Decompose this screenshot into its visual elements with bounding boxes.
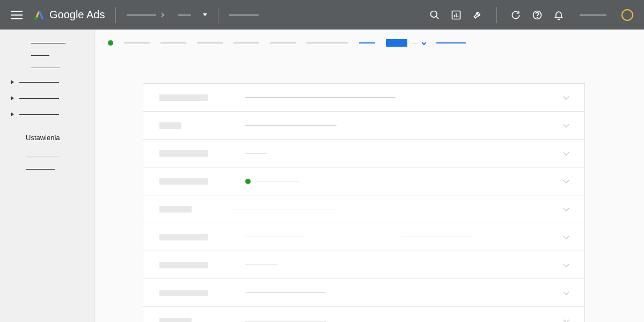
toolbar-link[interactable] (359, 42, 375, 43)
reports-icon[interactable] (450, 9, 462, 21)
settings-row[interactable] (143, 195, 584, 223)
breadcrumb[interactable] (197, 42, 223, 43)
main-area (94, 30, 644, 322)
sidebar-item-settings[interactable]: Ustawienia (11, 134, 83, 142)
svg-point-8 (537, 17, 538, 18)
settings-row[interactable] (143, 251, 584, 279)
chevron-down-icon (563, 233, 569, 239)
sidebar: Ustawienia (0, 30, 94, 322)
sidebar-item-label (19, 114, 59, 115)
tools-icon[interactable] (472, 9, 484, 21)
expand-icon (11, 96, 14, 100)
divider (115, 7, 116, 23)
sidebar-item-label (19, 82, 59, 83)
settings-row-value (245, 209, 564, 209)
sidebar-item-label (26, 157, 60, 157)
divider (496, 7, 497, 23)
sidebar-item[interactable] (11, 55, 83, 56)
chevron-down-icon (563, 149, 569, 155)
chevron-down-icon (563, 177, 569, 183)
settings-row[interactable] (143, 112, 584, 140)
settings-row-value (245, 97, 564, 98)
sidebar-item-label (26, 169, 55, 170)
breadcrumb[interactable] (306, 42, 348, 43)
sidebar-item-label (31, 43, 65, 43)
app-name: Google Ads (49, 9, 105, 21)
sidebar-item[interactable] (11, 68, 83, 68)
sidebar-item-label (31, 68, 60, 68)
breadcrumb[interactable] (270, 42, 296, 43)
header-actions (429, 7, 633, 23)
settings-row-value (245, 153, 564, 153)
campaign-label (229, 14, 259, 16)
avatar[interactable] (621, 9, 633, 21)
status-dot-icon (245, 179, 251, 184)
settings-row[interactable] (143, 279, 584, 307)
sidebar-item[interactable] (11, 80, 83, 84)
settings-row-label (159, 318, 245, 322)
settings-row-value (245, 179, 564, 184)
chevron-down-icon (563, 121, 569, 127)
svg-point-0 (34, 17, 38, 20)
notifications-icon[interactable] (553, 9, 565, 21)
settings-row-label (159, 234, 245, 240)
settings-row-value (245, 125, 564, 126)
settings-row-value (245, 321, 564, 321)
svg-point-1 (431, 11, 437, 17)
settings-row[interactable] (143, 223, 584, 251)
sidebar-item[interactable] (11, 112, 83, 116)
search-icon[interactable] (429, 9, 441, 21)
expand-icon (11, 112, 14, 116)
breadcrumb[interactable] (124, 42, 150, 43)
settings-row-label (159, 262, 245, 268)
caret-down-icon (422, 41, 426, 45)
chevron-down-icon (563, 317, 569, 322)
settings-row-label (159, 178, 245, 185)
logo[interactable]: Google Ads (33, 9, 105, 21)
status-dot-icon (108, 40, 113, 46)
toolbar (94, 30, 644, 56)
svg-line-2 (436, 16, 439, 19)
user-label (580, 14, 606, 16)
caret-down-icon (203, 13, 207, 16)
sidebar-item[interactable] (11, 96, 83, 100)
caret-right-icon (160, 12, 164, 17)
settings-row-label (159, 122, 245, 129)
settings-row[interactable] (143, 307, 584, 322)
settings-row-label (159, 94, 245, 101)
toolbar-badge-dropdown[interactable] (386, 39, 426, 47)
google-ads-logo-icon (33, 9, 45, 21)
expand-icon (11, 80, 14, 84)
settings-row-value (245, 237, 564, 237)
settings-row-label (159, 150, 245, 157)
settings-row-value (245, 265, 564, 265)
chevron-down-icon (563, 205, 569, 211)
hamburger-menu-icon[interactable] (11, 11, 23, 19)
settings-panel (143, 83, 585, 322)
help-icon[interactable] (531, 9, 543, 21)
toolbar-right-link[interactable] (436, 42, 466, 43)
divider (218, 7, 218, 23)
chevron-down-icon (563, 289, 569, 295)
toolbar-badge (386, 39, 407, 47)
settings-row-value (245, 292, 564, 293)
settings-row-label (159, 290, 245, 296)
sidebar-item-label (31, 55, 49, 56)
sidebar-item[interactable] (11, 157, 83, 157)
breadcrumb[interactable] (160, 42, 186, 43)
settings-row[interactable] (143, 84, 584, 112)
settings-row[interactable] (143, 167, 584, 195)
settings-row[interactable] (143, 140, 584, 167)
sidebar-item-label (19, 98, 59, 99)
top-header: Google Ads (0, 0, 644, 30)
account-selector[interactable] (127, 13, 207, 17)
sidebar-item[interactable] (11, 169, 83, 170)
sidebar-item[interactable] (11, 43, 83, 43)
chevron-down-icon (563, 261, 569, 267)
chevron-down-icon (563, 93, 569, 99)
refresh-icon[interactable] (510, 9, 522, 21)
breadcrumb[interactable] (233, 42, 259, 43)
